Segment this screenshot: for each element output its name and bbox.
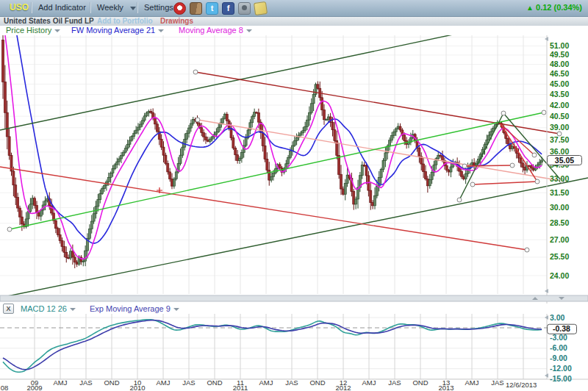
svg-text:24.00: 24.00 [550, 271, 569, 280]
drawing-handle[interactable] [535, 179, 539, 184]
ma8-dropdown[interactable]: Moving Average 8 [179, 26, 252, 35]
toolbar-divider [90, 2, 91, 13]
svg-text:OND: OND [207, 379, 222, 387]
instrument-name: United States Oil Fund LP [4, 17, 94, 26]
svg-text:48.00: 48.00 [550, 60, 569, 68]
macd-pane-legend: X MACD 12 26 Exp Moving Average 9 [0, 304, 588, 314]
twitter-icon[interactable]: t [206, 2, 218, 15]
drawing-handle[interactable] [193, 70, 198, 74]
svg-text:42.00: 42.00 [550, 101, 569, 110]
svg-text:25.50: 25.50 [550, 252, 569, 261]
drawing-handle[interactable] [7, 227, 12, 232]
macd-dropdown[interactable]: MACD 12 26 [21, 304, 76, 314]
svg-text:2013: 2013 [438, 384, 453, 391]
drawing-handle[interactable] [470, 182, 475, 187]
settings-button[interactable]: Settings [144, 3, 173, 12]
svg-text:-3.00: -3.00 [550, 333, 567, 342]
svg-text:31.50: 31.50 [550, 188, 569, 197]
up-arrow-icon: ▲ [526, 4, 534, 12]
price-history-dropdown[interactable]: Price History [6, 26, 60, 35]
period-dropdown[interactable]: Weekly [97, 3, 123, 12]
svg-text:2010: 2010 [129, 384, 145, 391]
add-indicator-button[interactable]: Add Indicator [38, 3, 86, 12]
svg-text:39.00: 39.00 [550, 123, 569, 132]
svg-text:-12.00: -12.00 [550, 364, 572, 373]
svg-text:2012: 2012 [335, 384, 351, 391]
svg-text:51.00: 51.00 [550, 41, 569, 50]
svg-text:37.50: 37.50 [550, 135, 569, 144]
snapshot-icon[interactable] [238, 2, 251, 15]
last-date-label: 12/6/2013 [506, 381, 537, 389]
svg-text:JAS: JAS [388, 379, 401, 387]
macd-ema-dropdown[interactable]: Exp Moving Average 9 [90, 304, 179, 314]
time-axis[interactable]: 09AMJJASOND10AMJJASOND11AMJJASOND12AMJJA… [1, 379, 537, 391]
notes-icon[interactable] [254, 1, 268, 15]
drawing-handle[interactable] [532, 153, 537, 157]
drawing-handle[interactable] [501, 111, 506, 115]
svg-text:33.00: 33.00 [550, 174, 569, 183]
drawings-link[interactable]: Drawings [160, 17, 193, 26]
svg-text:-0.38: -0.38 [553, 324, 570, 333]
svg-text:3.00: 3.00 [550, 313, 565, 322]
drawing-handle[interactable] [457, 198, 462, 202]
toolbar-divider [137, 2, 138, 13]
svg-text:28.50: 28.50 [550, 218, 569, 227]
trendline-drawings[interactable] [0, 31, 588, 298]
drawing-handle[interactable] [462, 164, 467, 168]
svg-text:40.50: 40.50 [550, 112, 569, 121]
svg-text:OND: OND [309, 379, 325, 387]
svg-text:AMJ: AMJ [465, 379, 479, 387]
charting-app: USO Add Indicator Weekly Settings t f ▲ … [0, 0, 588, 391]
svg-text:-9.00: -9.00 [550, 354, 567, 362]
macd-value-box: -0.38 [548, 324, 577, 334]
svg-text:AMJ: AMJ [157, 379, 171, 387]
close-indicator-button[interactable]: X [3, 304, 14, 314]
svg-text:JAS: JAS [491, 379, 503, 387]
svg-text:JAS: JAS [285, 379, 298, 387]
svg-text:-6.00: -6.00 [550, 343, 567, 352]
svg-text:AMJ: AMJ [54, 379, 68, 387]
drawing-handle[interactable] [196, 118, 200, 122]
ma21-dropdown[interactable]: FW Moving Average 21 [71, 26, 164, 35]
svg-text:46.50: 46.50 [550, 69, 569, 78]
svg-text:JAS: JAS [79, 379, 92, 387]
svg-text:OND: OND [104, 379, 119, 387]
alerts-icon[interactable] [173, 2, 186, 15]
svg-text:43.50: 43.50 [550, 90, 569, 98]
drawing-handle[interactable] [525, 248, 529, 252]
main-toolbar: USO Add Indicator Weekly Settings t f ▲ … [0, 0, 588, 17]
svg-text:2011: 2011 [233, 384, 248, 391]
svg-text:35.05: 35.05 [555, 156, 574, 165]
svg-text:2009: 2009 [26, 384, 42, 391]
symbol-label[interactable]: USO [10, 2, 29, 12]
library-icon[interactable] [190, 2, 202, 15]
facebook-icon[interactable]: f [222, 2, 234, 15]
drawing-handle[interactable] [542, 110, 546, 115]
svg-text:OND: OND [412, 379, 428, 387]
symbol-subheader: United States Oil Fund LP Add to Portfol… [0, 17, 588, 26]
svg-text:-15.00: -15.00 [550, 374, 572, 383]
toolbar-divider [31, 2, 32, 13]
svg-text:AMJ: AMJ [362, 379, 376, 387]
svg-text:08: 08 [1, 384, 9, 391]
macd-axis[interactable]: 3.000.00-3.00-6.00-9.00-12.00-15.00 [545, 313, 572, 384]
svg-text:AMJ: AMJ [259, 379, 273, 387]
svg-text:45.00: 45.00 [550, 79, 569, 88]
pane-splitter[interactable] [0, 295, 588, 301]
svg-text:30.00: 30.00 [550, 203, 569, 212]
last-price-box: 35.05 [548, 156, 582, 165]
period-caret-icon[interactable] [126, 3, 136, 12]
svg-text:49.50: 49.50 [550, 50, 569, 59]
price-chart-svg[interactable]: 51.0049.5048.0046.5045.0043.5042.0040.50… [0, 0, 588, 391]
candles [2, 25, 543, 268]
svg-text:27.00: 27.00 [550, 235, 569, 244]
price-change-badge: ▲ 0.12 (0.34%) [526, 3, 582, 12]
drawing-handle[interactable] [510, 163, 514, 168]
add-to-portfolio-link[interactable]: Add to Portfolio [97, 17, 153, 26]
price-pane-legend: Price History FW Moving Average 21 Movin… [0, 26, 588, 35]
ma21-line [3, 0, 542, 243]
svg-text:JAS: JAS [182, 379, 195, 387]
